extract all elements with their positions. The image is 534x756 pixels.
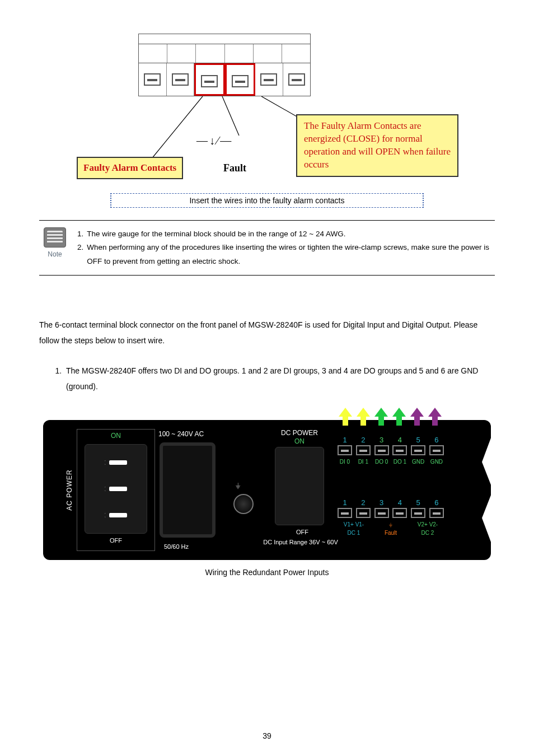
faulty-alarm-figure: —↓⁄— Fault Faulty Alarm Contacts The Fau… bbox=[77, 34, 457, 182]
figure-caption: Wiring the Redundant Power Inputs bbox=[39, 568, 495, 577]
dido-arrows bbox=[334, 408, 446, 428]
panel-cutaway bbox=[482, 420, 521, 560]
switch-on-label: ON bbox=[77, 430, 154, 440]
ac-frequency: 50/60 Hz bbox=[164, 543, 189, 550]
ac-switch: ON OFF bbox=[77, 429, 155, 551]
fault-contact-highlight bbox=[194, 63, 225, 96]
fault-contact-highlight bbox=[225, 63, 256, 96]
procedure-step: The MGSW-28240F offers two DI and DO gro… bbox=[64, 363, 495, 394]
body-paragraph: The 6-contact terminal block connector o… bbox=[39, 317, 495, 348]
device-panel: AC POWER ON OFF 100 ~ 240V AC 50/60 Hz ⏚… bbox=[43, 420, 491, 560]
dc-group-labels: DC 1 Fault DC 2 bbox=[338, 530, 444, 536]
note-text: 1.The wire gauge for the terminal block … bbox=[77, 227, 495, 268]
ac-socket bbox=[160, 442, 216, 538]
dc-input-range: DC Input Range 36V ~ 60V bbox=[250, 539, 351, 545]
arrow-icon bbox=[357, 408, 370, 426]
arrow-icon bbox=[428, 408, 442, 426]
faulty-alarm-contacts-box: Faulty Alarm Contacts bbox=[77, 157, 183, 179]
note-block: Note 1.The wire gauge for the terminal b… bbox=[39, 220, 495, 276]
arrow-icon bbox=[392, 408, 406, 426]
terminal-block-diagram bbox=[138, 34, 311, 96]
fault-label: Fault bbox=[223, 162, 246, 174]
dc-pin-labels: V1+ V1- ⏚ V2+ V2- bbox=[338, 521, 444, 528]
device-panel-figure: AC POWER ON OFF 100 ~ 240V AC 50/60 Hz ⏚… bbox=[39, 420, 495, 577]
ground-screw bbox=[233, 494, 254, 514]
arrow-icon bbox=[410, 408, 424, 426]
note-icon-label: Note bbox=[48, 249, 62, 261]
note-item: When performing any of the procedures li… bbox=[87, 241, 495, 268]
note-item: The wire gauge for the terminal block sh… bbox=[87, 227, 345, 241]
dc-switch bbox=[275, 447, 324, 525]
callout-line bbox=[149, 96, 245, 164]
ac-power-label: AC POWER bbox=[65, 469, 73, 510]
arrow-icon bbox=[339, 408, 352, 426]
dc-terminal-block: 1 2 3 4 5 6 V1+ V1- ⏚ V2+ V2- DC 1 Fault… bbox=[338, 498, 444, 536]
dc-off-label: OFF bbox=[277, 529, 327, 535]
figure-caption: Insert the wires into the faulty alarm c… bbox=[110, 193, 424, 208]
arrow-icon bbox=[374, 408, 388, 426]
switch-off-label: OFF bbox=[77, 534, 154, 544]
ground-symbol: ⏚ bbox=[236, 480, 240, 489]
dc-power-label: DC POWER ON bbox=[271, 429, 327, 446]
dido-block: 1 2 3 4 5 6 DI 0 DI 1 DO 0 DO 1 GND GND bbox=[338, 436, 444, 465]
procedure-list: The MGSW-28240F offers two DI and DO gro… bbox=[39, 363, 495, 394]
page-number: 39 bbox=[0, 731, 534, 740]
ac-voltage-range: 100 ~ 240V AC bbox=[158, 430, 204, 438]
note-icon: Note bbox=[39, 227, 71, 268]
dido-labels: DI 0 DI 1 DO 0 DO 1 GND GND bbox=[338, 459, 444, 465]
explanation-box: The Faulty Alarm Contacts are energized … bbox=[296, 114, 458, 177]
fault-symbol: —↓⁄— bbox=[196, 134, 233, 147]
